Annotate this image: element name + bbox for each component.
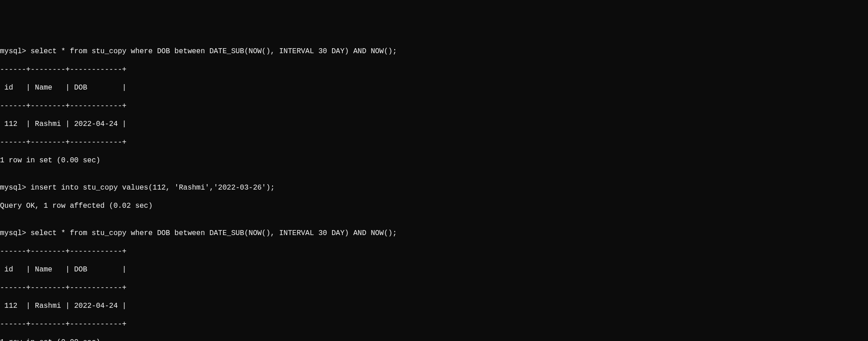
table-separator: ------+--------+------------+ bbox=[0, 65, 868, 74]
table-separator: ------+--------+------------+ bbox=[0, 138, 868, 147]
table-separator: ------+--------+------------+ bbox=[0, 320, 868, 329]
sql-query: select * from stu_copy where DOB between… bbox=[30, 47, 397, 55]
sql-query: insert into stu_copy values(112, 'Rashmi… bbox=[30, 184, 275, 192]
table-header: id | Name | DOB | bbox=[0, 83, 868, 92]
terminal-output[interactable]: mysql> select * from stu_copy where DOB … bbox=[0, 38, 868, 341]
query-line: mysql> select * from stu_copy where DOB … bbox=[0, 47, 868, 56]
prompt-text: mysql> bbox=[0, 47, 30, 55]
table-header: id | Name | DOB | bbox=[0, 265, 868, 274]
status-line: 1 row in set (0.00 sec) bbox=[0, 338, 868, 341]
status-line: Query OK, 1 row affected (0.02 sec) bbox=[0, 201, 868, 211]
table-separator: ------+--------+------------+ bbox=[0, 247, 868, 256]
query-line: mysql> select * from stu_copy where DOB … bbox=[0, 229, 868, 238]
prompt-text: mysql> bbox=[0, 229, 30, 237]
table-row: 112 | Rashmi | 2022-04-24 | bbox=[0, 120, 868, 129]
table-separator: ------+--------+------------+ bbox=[0, 283, 868, 292]
status-line: 1 row in set (0.00 sec) bbox=[0, 156, 868, 165]
query-line: mysql> insert into stu_copy values(112, … bbox=[0, 183, 868, 192]
table-separator: ------+--------+------------+ bbox=[0, 101, 868, 110]
sql-query: select * from stu_copy where DOB between… bbox=[30, 229, 397, 237]
table-row: 112 | Rashmi | 2022-04-24 | bbox=[0, 301, 868, 311]
prompt-text: mysql> bbox=[0, 184, 30, 192]
